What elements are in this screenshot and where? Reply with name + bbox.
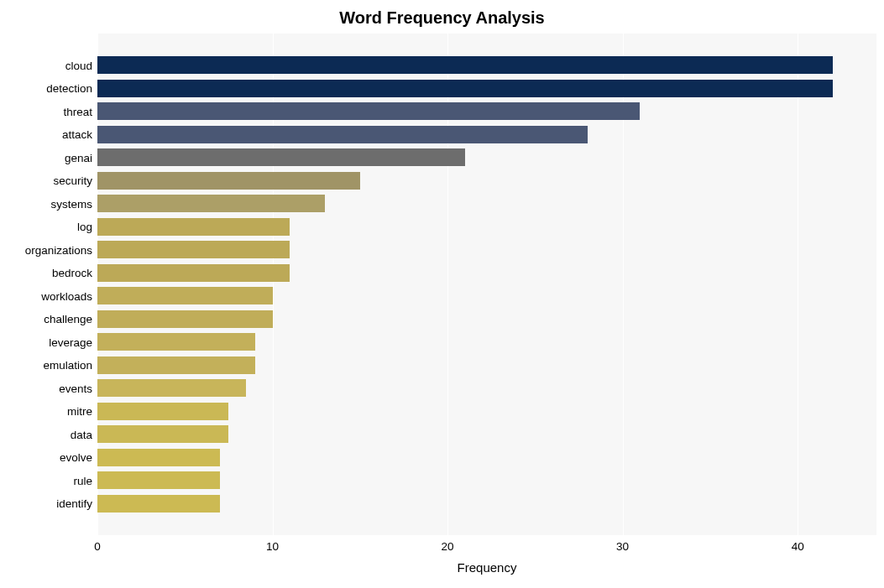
- bar: [97, 333, 255, 351]
- y-tick-label: emulation: [43, 359, 92, 372]
- bar: [97, 449, 220, 466]
- bar: [97, 80, 833, 97]
- y-tick-label: cloud: [65, 59, 92, 71]
- x-axis: Frequency 010203040: [97, 535, 876, 585]
- y-tick-label: organizations: [25, 243, 92, 256]
- y-tick-label: rule: [73, 474, 92, 487]
- y-tick-label: systems: [50, 197, 92, 210]
- bar: [97, 310, 273, 328]
- x-tick-label: 40: [792, 540, 804, 553]
- x-tick-label: 0: [94, 540, 101, 553]
- y-tick-label: attack: [62, 128, 92, 141]
- y-tick-label: challenge: [44, 313, 92, 325]
- bars-container: [97, 34, 876, 535]
- x-axis-label: Frequency: [97, 560, 876, 575]
- chart-title: Word Frequency Analysis: [0, 8, 884, 28]
- bar: [97, 126, 588, 143]
- bar: [97, 495, 220, 513]
- bar: [97, 172, 360, 190]
- bar: [97, 471, 220, 489]
- bar: [97, 218, 290, 236]
- bar: [97, 241, 290, 258]
- bar: [97, 102, 640, 120]
- bar: [97, 264, 290, 282]
- bar: [97, 379, 246, 397]
- x-tick-label: 10: [266, 540, 279, 553]
- bar: [97, 403, 228, 420]
- y-tick-label: workloads: [41, 289, 92, 302]
- bar: [97, 287, 273, 304]
- y-tick-label: identify: [56, 497, 92, 510]
- y-tick-label: events: [59, 382, 92, 394]
- y-tick-label: detection: [46, 82, 92, 95]
- y-tick-label: genai: [65, 151, 92, 164]
- x-tick-label: 20: [442, 540, 454, 553]
- y-tick-label: threat: [63, 105, 92, 117]
- y-tick-label: evolve: [60, 451, 92, 464]
- bar: [97, 56, 833, 74]
- x-tick-label: 30: [616, 540, 629, 553]
- y-tick-label: security: [53, 174, 92, 187]
- bar: [97, 425, 228, 443]
- bar: [97, 195, 325, 212]
- y-tick-label: log: [77, 221, 92, 233]
- y-tick-label: mitre: [67, 405, 92, 418]
- bar: [97, 148, 465, 166]
- y-axis: clouddetectionthreatattackgenaisecuritys…: [0, 34, 92, 535]
- y-tick-label: bedrock: [52, 267, 92, 279]
- y-tick-label: data: [71, 428, 92, 440]
- y-tick-label: leverage: [49, 336, 92, 348]
- bar: [97, 356, 255, 374]
- plot-area: [97, 34, 876, 535]
